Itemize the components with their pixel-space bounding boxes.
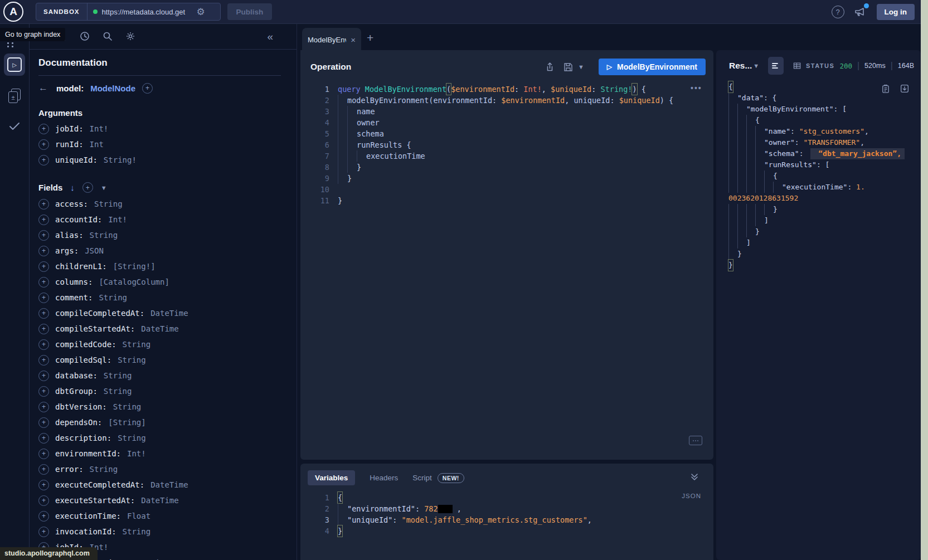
add-field-to-query-icon[interactable]: +: [38, 277, 49, 288]
field-name[interactable]: executeCompletedAt:: [55, 480, 144, 489]
field-type[interactable]: String: [99, 293, 127, 302]
search-icon[interactable]: [102, 31, 113, 42]
field-type[interactable]: DateTime: [150, 309, 188, 318]
add-field-to-query-icon[interactable]: +: [38, 155, 49, 165]
field-name[interactable]: database:: [55, 371, 98, 380]
add-field-to-query-icon[interactable]: +: [38, 480, 49, 490]
field-type[interactable]: Int!: [90, 124, 109, 133]
back-arrow-icon[interactable]: ←: [38, 82, 50, 94]
field-type[interactable]: [CatalogColumn]: [99, 277, 169, 286]
announcements-icon[interactable]: [853, 5, 868, 18]
nav-checks-button[interactable]: [4, 115, 25, 137]
field-name[interactable]: dbtGroup:: [55, 387, 98, 396]
field-type[interactable]: JSON: [85, 246, 104, 255]
field-type[interactable]: String: [90, 465, 118, 474]
apollo-logo[interactable]: A: [3, 2, 23, 22]
field-name[interactable]: dbtVersion:: [55, 402, 107, 411]
add-field-to-query-icon[interactable]: +: [38, 215, 49, 225]
field-name[interactable]: comment:: [55, 293, 93, 302]
add-field-to-query-icon[interactable]: +: [38, 293, 49, 303]
add-field-to-query-icon[interactable]: +: [38, 261, 49, 272]
field-type[interactable]: DateTime: [141, 324, 178, 333]
variables-editor[interactable]: 1{2"environmentId": 782 ,3"uniqueId": "m…: [300, 492, 713, 537]
field-type[interactable]: String: [104, 387, 132, 396]
field-type[interactable]: String: [118, 356, 146, 364]
field-name[interactable]: accountId:: [55, 215, 102, 224]
field-type[interactable]: String: [104, 371, 132, 380]
copy-response-icon[interactable]: [881, 84, 891, 94]
field-name[interactable]: childrenL1:: [55, 262, 107, 271]
add-field-to-query-icon[interactable]: +: [38, 339, 49, 350]
collapse-panel-icon[interactable]: «: [267, 31, 273, 42]
sandbox-badge[interactable]: SANDBOX: [36, 3, 88, 20]
field-name[interactable]: columns:: [55, 277, 93, 286]
nav-changelog-button[interactable]: ±: [4, 85, 25, 107]
add-field-to-query-icon[interactable]: +: [38, 386, 49, 397]
add-field-to-query-icon[interactable]: +: [38, 124, 49, 134]
field-type[interactable]: String: [123, 340, 151, 349]
add-field-to-query-icon[interactable]: +: [38, 371, 49, 381]
tab-script[interactable]: Script: [412, 474, 432, 482]
help-icon[interactable]: ?: [832, 6, 844, 18]
add-field-to-query-icon[interactable]: +: [38, 355, 49, 366]
save-menu-chevron-icon[interactable]: ▼: [578, 64, 584, 70]
download-response-icon[interactable]: [900, 84, 910, 94]
history-icon[interactable]: [79, 31, 90, 42]
field-type[interactable]: String!: [104, 155, 137, 164]
nav-explorer-button[interactable]: ▷: [4, 53, 25, 76]
close-tab-icon[interactable]: ×: [351, 36, 356, 44]
field-type[interactable]: String: [94, 199, 123, 208]
field-name[interactable]: jobId:: [55, 124, 84, 133]
add-field-to-query-icon[interactable]: +: [38, 139, 49, 150]
field-name[interactable]: uniqueId:: [55, 155, 98, 164]
field-type[interactable]: String: [123, 527, 151, 536]
add-field-to-query-icon[interactable]: +: [38, 464, 49, 475]
field-name[interactable]: compiledCode:: [55, 340, 116, 349]
response-title[interactable]: Res...: [729, 61, 752, 71]
save-icon[interactable]: [563, 62, 574, 72]
response-menu-chevron-icon[interactable]: ▼: [753, 62, 759, 69]
tab-variables[interactable]: Variables: [308, 470, 355, 485]
add-field-to-query-icon[interactable]: +: [38, 402, 49, 412]
operation-tab[interactable]: ModelByEnvi... ×: [302, 28, 361, 51]
add-fields-icon[interactable]: +: [82, 182, 93, 193]
add-all-fields-icon[interactable]: +: [142, 83, 153, 94]
type-link[interactable]: ModelNode: [90, 84, 135, 93]
field-name[interactable]: compileCompletedAt:: [55, 309, 144, 318]
field-name[interactable]: environmentId:: [55, 449, 121, 458]
collapse-variables-icon[interactable]: [690, 473, 699, 481]
add-field-to-query-icon[interactable]: +: [38, 199, 49, 210]
field-type[interactable]: String: [118, 434, 146, 442]
settings-gear-icon[interactable]: [125, 31, 136, 42]
query-editor[interactable]: 1query ModelByEnvironment($environmentId…: [300, 84, 713, 206]
add-field-to-query-icon[interactable]: +: [38, 246, 49, 256]
publish-button[interactable]: Publish: [227, 3, 273, 20]
field-name[interactable]: compiledSql:: [55, 356, 111, 364]
endpoint-url[interactable]: https://metadata.cloud.get: [102, 8, 192, 16]
add-field-to-query-icon[interactable]: +: [38, 433, 49, 444]
field-name[interactable]: runId:: [55, 140, 84, 149]
graph-index-icon[interactable]: [7, 42, 14, 47]
add-field-to-query-icon[interactable]: +: [38, 417, 49, 428]
endpoint-url-box[interactable]: https://metadata.cloud.get ⚙: [88, 7, 220, 17]
add-field-to-query-icon[interactable]: +: [38, 527, 49, 537]
field-name[interactable]: error:: [55, 465, 84, 474]
field-type[interactable]: String: [90, 231, 118, 240]
field-type[interactable]: Float: [127, 512, 150, 520]
field-type[interactable]: Int!: [108, 215, 127, 224]
field-name[interactable]: dependsOn:: [55, 418, 102, 427]
field-type[interactable]: Int: [90, 140, 104, 149]
new-tab-button[interactable]: +: [367, 32, 373, 43]
login-button[interactable]: Log in: [877, 4, 915, 20]
endpoint-settings-icon[interactable]: ⚙: [197, 7, 205, 17]
sort-fields-icon[interactable]: ↓: [70, 183, 75, 192]
formatted-view-toggle[interactable]: [768, 57, 784, 75]
field-name[interactable]: invocationId:: [55, 527, 116, 536]
tab-headers[interactable]: Headers: [370, 474, 398, 482]
add-field-to-query-icon[interactable]: +: [38, 308, 49, 319]
response-body[interactable]: {"data": {"modelByEnvironment": [{"name"…: [716, 81, 921, 271]
keyboard-shortcuts-icon[interactable]: [689, 436, 702, 445]
field-name[interactable]: access:: [55, 199, 88, 208]
chevron-down-icon[interactable]: ▼: [101, 184, 107, 191]
add-field-to-query-icon[interactable]: +: [38, 449, 49, 459]
